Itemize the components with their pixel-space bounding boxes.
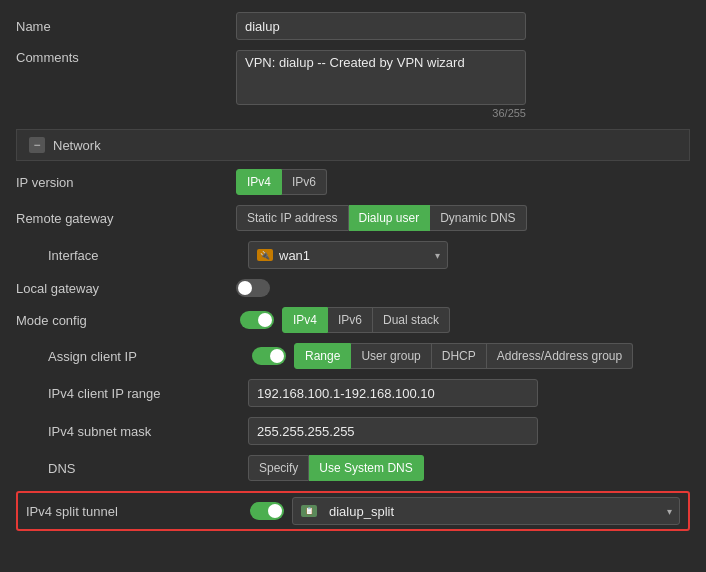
collapse-icon[interactable]: − — [29, 137, 45, 153]
ipv4-range-label: IPv4 client IP range — [28, 386, 248, 401]
interface-icon: 🔌 — [257, 249, 273, 261]
ipv4-split-tunnel-row: IPv4 split tunnel 📋 dialup_split ▾ — [16, 491, 690, 531]
dhcp-button[interactable]: DHCP — [432, 343, 487, 369]
network-section-label: Network — [53, 138, 101, 153]
range-button[interactable]: Range — [294, 343, 351, 369]
dns-specify-button[interactable]: Specify — [248, 455, 309, 481]
network-section-header[interactable]: − Network — [16, 129, 690, 161]
address-group-button[interactable]: Address/Address group — [487, 343, 633, 369]
mode-config-buttons: IPv4 IPv6 Dual stack — [282, 307, 450, 333]
dns-label: DNS — [28, 461, 248, 476]
name-label: Name — [16, 19, 236, 34]
dns-system-button[interactable]: Use System DNS — [309, 455, 423, 481]
ip-version-label: IP version — [16, 175, 236, 190]
assign-client-ip-label: Assign client IP — [28, 349, 248, 364]
ip-version-buttons: IPv4 IPv6 — [236, 169, 327, 195]
ipv4-button[interactable]: IPv4 — [236, 169, 282, 195]
interface-select[interactable]: 🔌 wan1 ▾ — [248, 241, 448, 269]
interface-value: wan1 — [279, 248, 310, 263]
remote-gateway-buttons: Static IP address Dialup user Dynamic DN… — [236, 205, 527, 231]
ipv4-subnet-label: IPv4 subnet mask — [28, 424, 248, 439]
char-count: 36/255 — [236, 107, 526, 119]
ipv4-range-input[interactable] — [248, 379, 538, 407]
dns-buttons: Specify Use System DNS — [248, 455, 424, 481]
dynamic-dns-button[interactable]: Dynamic DNS — [430, 205, 526, 231]
dual-stack-button[interactable]: Dual stack — [373, 307, 450, 333]
ipv4-split-select[interactable]: 📋 dialup_split ▾ — [292, 497, 680, 525]
local-gateway-toggle[interactable] — [236, 279, 270, 297]
mode-config-toggle[interactable] — [240, 311, 274, 329]
name-input[interactable] — [236, 12, 526, 40]
ipv4-split-toggle[interactable] — [250, 502, 284, 520]
local-gateway-label: Local gateway — [16, 281, 236, 296]
comments-textarea[interactable]: VPN: dialup -- Created by VPN wizard — [236, 50, 526, 105]
remote-gateway-label: Remote gateway — [16, 211, 236, 226]
static-ip-button[interactable]: Static IP address — [236, 205, 349, 231]
interface-label: Interface — [28, 248, 248, 263]
ipv6-button[interactable]: IPv6 — [282, 169, 327, 195]
mode-config-label: Mode config — [16, 313, 236, 328]
user-group-button[interactable]: User group — [351, 343, 431, 369]
assign-client-ip-toggle[interactable] — [252, 347, 286, 365]
mode-ipv4-button[interactable]: IPv4 — [282, 307, 328, 333]
split-icon: 📋 — [301, 505, 317, 517]
ipv4-split-label: IPv4 split tunnel — [26, 504, 246, 519]
assign-client-ip-buttons: Range User group DHCP Address/Address gr… — [294, 343, 633, 369]
comments-label: Comments — [16, 50, 236, 65]
mode-ipv6-button[interactable]: IPv6 — [328, 307, 373, 333]
dialup-user-button[interactable]: Dialup user — [349, 205, 431, 231]
ipv4-split-value: dialup_split — [329, 504, 394, 519]
ipv4-subnet-input[interactable] — [248, 417, 538, 445]
